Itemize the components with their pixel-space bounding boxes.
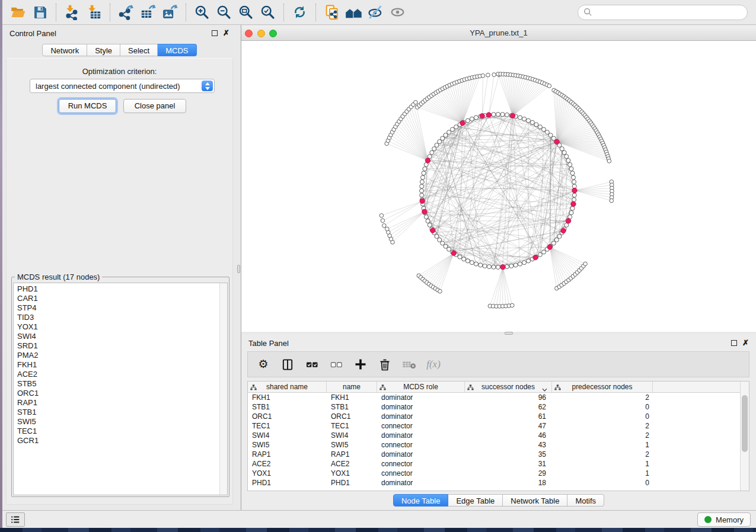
mcds-result-item[interactable]: YOX1 bbox=[14, 322, 227, 332]
search-box[interactable] bbox=[578, 5, 748, 20]
tab-select[interactable]: Select bbox=[120, 44, 158, 56]
cell-predecessors: 1 bbox=[552, 441, 653, 449]
table-row[interactable]: SWI5SWI5connector431 bbox=[248, 440, 749, 450]
save-button[interactable] bbox=[29, 2, 51, 23]
mcds-result-item[interactable]: ORC1 bbox=[14, 389, 227, 398]
table-row[interactable]: ORC1ORC1dominator610 bbox=[248, 412, 749, 421]
open-button[interactable] bbox=[7, 2, 29, 23]
table-row[interactable]: FKH1FKH1dominator962 bbox=[248, 393, 749, 402]
run-mcds-button[interactable]: Run MCDS bbox=[59, 99, 116, 113]
export-image-button[interactable] bbox=[159, 2, 181, 23]
mcds-result-item[interactable]: TID3 bbox=[14, 313, 227, 322]
refresh-icon bbox=[292, 4, 308, 20]
table-tab-node-table[interactable]: Node Table bbox=[393, 494, 449, 507]
close-panel-icon[interactable]: ✗ bbox=[742, 340, 749, 346]
table-tab-network-table[interactable]: Network Table bbox=[503, 494, 567, 507]
close-panel-button[interactable]: Close panel bbox=[123, 99, 186, 113]
delete-table-button[interactable] bbox=[401, 355, 417, 373]
network-window-titlebar[interactable]: YPA_prune.txt_1 bbox=[241, 26, 756, 41]
export-network-button[interactable] bbox=[115, 2, 137, 23]
cell-successors: 35 bbox=[465, 450, 552, 459]
mcds-result-item[interactable]: SWI5 bbox=[14, 417, 227, 427]
table-tab-edge-table[interactable]: Edge Table bbox=[448, 494, 503, 507]
table-row[interactable]: ACE2ACE2connector311 bbox=[248, 459, 749, 469]
mcds-result-item[interactable]: RAP1 bbox=[14, 398, 227, 408]
mcds-result-item[interactable]: STP4 bbox=[14, 303, 227, 313]
tab-mcds[interactable]: MCDS bbox=[158, 44, 196, 56]
mcds-list-scrollbar[interactable] bbox=[219, 283, 227, 495]
mcds-result-item[interactable]: PHD1 bbox=[14, 284, 227, 294]
criterion-value: largest connected component (undirected) bbox=[36, 82, 180, 91]
mcds-result-item[interactable]: STB1 bbox=[14, 408, 227, 417]
column-header-successor-nodes[interactable]: successor nodes bbox=[465, 382, 552, 392]
tab-style[interactable]: Style bbox=[87, 44, 120, 56]
export-table-button[interactable] bbox=[137, 2, 159, 23]
table-tab-motifs[interactable]: Motifs bbox=[567, 494, 604, 507]
import-table-button[interactable] bbox=[83, 2, 105, 23]
splitter-grip[interactable] bbox=[237, 265, 240, 273]
deselect-all-button[interactable] bbox=[328, 355, 344, 373]
select-all-button[interactable] bbox=[304, 355, 320, 373]
open-folder-icon bbox=[10, 4, 26, 20]
close-panel-icon[interactable]: ✗ bbox=[223, 30, 229, 36]
table-row[interactable]: SWI4SWI4dominator462 bbox=[248, 431, 749, 440]
cell-shared_name: SWI4 bbox=[248, 431, 327, 440]
show-panels-button[interactable] bbox=[6, 512, 25, 527]
zoom-in-button[interactable] bbox=[191, 2, 213, 23]
table-scrollbar[interactable] bbox=[740, 382, 749, 491]
node-table: shared namenameMCDS rolesuccessor nodesp… bbox=[247, 381, 749, 491]
cell-role: dominator bbox=[377, 479, 465, 487]
zoom-selected-button[interactable] bbox=[257, 2, 279, 23]
memory-button[interactable]: Memory bbox=[697, 512, 751, 527]
first-neighbors-button[interactable] bbox=[343, 2, 365, 23]
mcds-result-item[interactable]: STB5 bbox=[14, 379, 227, 389]
mcds-result-item[interactable]: CAR1 bbox=[14, 294, 227, 303]
cell-role: dominator bbox=[377, 403, 465, 411]
search-input[interactable] bbox=[592, 7, 742, 18]
table-row[interactable]: YOX1YOX1connector291 bbox=[248, 469, 749, 478]
float-panel-icon[interactable] bbox=[212, 30, 218, 36]
cell-shared_name: SWI5 bbox=[248, 441, 327, 449]
mcds-result-list[interactable]: PHD1CAR1STP4TID3YOX1SWI4SRD1PMA2FKH1ACE2… bbox=[13, 283, 228, 495]
cell-shared_name: RAP1 bbox=[248, 450, 327, 459]
search-icon bbox=[583, 8, 592, 17]
network-graph[interactable] bbox=[241, 41, 756, 332]
table-settings-button[interactable]: ⚙ bbox=[256, 355, 271, 373]
duplicate-network-button[interactable] bbox=[321, 2, 343, 23]
delete-column-button[interactable] bbox=[377, 355, 393, 373]
show-columns-button[interactable] bbox=[280, 355, 295, 373]
table-row[interactable]: RAP1RAP1dominator352 bbox=[248, 450, 749, 459]
column-header-name[interactable]: name bbox=[327, 382, 377, 392]
tab-network[interactable]: Network bbox=[42, 44, 87, 56]
column-header-predecessor-nodes[interactable]: predecessor nodes bbox=[552, 382, 653, 392]
refresh-button[interactable] bbox=[289, 2, 311, 23]
checked-boxes-icon bbox=[305, 358, 319, 371]
show-all-button[interactable] bbox=[387, 2, 409, 23]
mcds-result-item[interactable]: SWI4 bbox=[14, 332, 227, 341]
float-panel-icon[interactable] bbox=[731, 340, 737, 346]
mcds-result-item[interactable]: FKH1 bbox=[14, 360, 227, 370]
hide-selected-button[interactable] bbox=[365, 2, 387, 23]
function-builder-button[interactable]: f(x) bbox=[426, 355, 441, 373]
table-scrollbar-thumb[interactable] bbox=[742, 395, 748, 452]
network-canvas[interactable] bbox=[241, 41, 756, 332]
zoom-out-button[interactable] bbox=[213, 2, 235, 23]
mcds-result-item[interactable]: ACE2 bbox=[14, 370, 227, 379]
cell-role: connector bbox=[377, 469, 465, 477]
vertical-splitter[interactable] bbox=[237, 25, 241, 510]
column-header-shared-name[interactable]: shared name bbox=[248, 382, 327, 392]
table-row[interactable]: PHD1PHD1dominator180 bbox=[248, 478, 749, 488]
criterion-select[interactable]: largest connected component (undirected) bbox=[30, 79, 215, 93]
create-column-button[interactable] bbox=[353, 355, 368, 373]
zoom-fit-button[interactable] bbox=[235, 2, 257, 23]
table-row[interactable]: STB1STB1dominator620 bbox=[248, 402, 749, 412]
table-row[interactable]: TEC1TEC1connector472 bbox=[248, 421, 749, 431]
cell-name: RAP1 bbox=[327, 450, 377, 459]
cell-name: STB1 bbox=[327, 403, 377, 411]
mcds-result-item[interactable]: GCR1 bbox=[14, 436, 227, 446]
column-header-mcds-role[interactable]: MCDS role bbox=[377, 382, 465, 392]
mcds-result-item[interactable]: TEC1 bbox=[14, 427, 227, 436]
mcds-result-item[interactable]: SRD1 bbox=[14, 341, 227, 351]
mcds-result-item[interactable]: PMA2 bbox=[14, 351, 227, 360]
import-network-button[interactable] bbox=[61, 2, 83, 23]
